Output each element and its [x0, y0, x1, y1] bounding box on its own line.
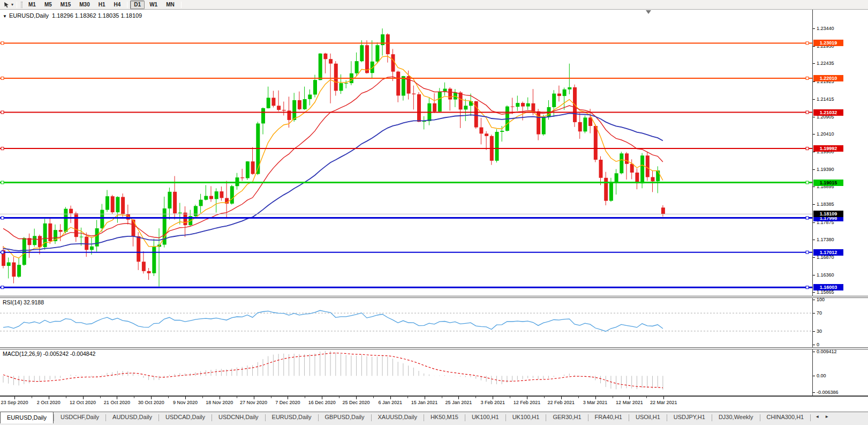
rsi-tick-label: 30: [817, 329, 822, 334]
level-price-label: 1.22010: [813, 75, 843, 81]
toolbar-grip[interactable]: [21, 2, 22, 8]
cursor-tool-icon[interactable]: [2, 1, 11, 9]
pane-separator[interactable]: [0, 347, 868, 349]
timeframe-button-m15[interactable]: M15: [57, 1, 74, 9]
macd-label: MACD(12,26,9) -0.005242 -0.004842: [3, 351, 95, 357]
macd-tick-mark: [813, 392, 815, 393]
price-tick-label: 1.19390: [817, 167, 834, 172]
line-handle[interactable]: [1, 251, 4, 253]
date-tick-mark-minor: [202, 397, 203, 398]
price-tick-label: 1.20410: [817, 131, 834, 137]
line-handle[interactable]: [1, 286, 4, 289]
price-tick-mark: [813, 257, 815, 258]
line-handle[interactable]: [806, 111, 809, 114]
line-handle[interactable]: [1, 147, 4, 150]
chart-tab-usdcad-daily[interactable]: USDCAD,Daily: [159, 412, 212, 423]
candle-body: [33, 236, 36, 245]
tab-scroll-left-icon[interactable]: ◄: [815, 414, 819, 419]
macd-signal-line: [3, 353, 663, 388]
candle-body: [142, 262, 146, 271]
chart-tab-fra40-h1[interactable]: FRA40,H1: [588, 412, 629, 423]
price-tick-mark: [813, 222, 815, 223]
date-tick-mark: [288, 397, 288, 399]
line-handle[interactable]: [1, 217, 4, 219]
candle-body: [537, 111, 540, 135]
candle-body: [526, 103, 530, 107]
timeframe-button-m5[interactable]: M5: [41, 1, 56, 9]
line-handle[interactable]: [1, 42, 4, 44]
candle-body: [271, 98, 275, 106]
line-handle[interactable]: [1, 111, 4, 114]
macd-tick-label: 0.009412: [817, 349, 837, 354]
date-tick-label: 25 Jan 2021: [446, 400, 472, 405]
pane-separator[interactable]: [0, 296, 868, 298]
chart-tab-usdchf-daily[interactable]: USDCHF,Daily: [54, 412, 105, 423]
price-axis[interactable]: 1.234401.229301.224351.219251.214151.209…: [812, 10, 868, 397]
chart-tab-china300-h1[interactable]: CHINA300,H1: [760, 412, 811, 423]
tab-scroll-right-icon[interactable]: ►: [825, 414, 829, 419]
line-handle[interactable]: [1, 181, 4, 184]
date-tick-mark: [151, 397, 152, 399]
candle-body: [152, 247, 156, 273]
chart-tab-dj30-weekly[interactable]: DJ30,Weekly: [712, 412, 760, 423]
date-axis[interactable]: 23 Sep 20202 Oct 202012 Oct 202021 Oct 2…: [0, 397, 868, 412]
line-handle[interactable]: [806, 217, 809, 219]
chart-tab-ger30-h1[interactable]: GER30,H1: [546, 412, 587, 423]
candle-body: [563, 90, 567, 96]
date-tick-mark: [14, 397, 15, 399]
chart-tab-eurusd-daily[interactable]: EURUSD,Daily: [0, 412, 54, 423]
candle-body: [323, 54, 327, 59]
date-tick-mark: [356, 397, 357, 399]
line-handle[interactable]: [806, 147, 809, 150]
right-shift-marker-icon[interactable]: [646, 10, 651, 14]
price-tick-mark: [813, 204, 815, 205]
date-tick-mark-minor: [442, 397, 442, 398]
chart-tab-usdcnh-daily[interactable]: USDCNH,Daily: [212, 412, 265, 423]
rsi-tick-mark: [813, 331, 815, 332]
date-tick-mark: [220, 397, 220, 399]
candle-body: [656, 170, 660, 181]
chart-tab-uk100-h1[interactable]: UK100,H1: [506, 412, 546, 423]
candle-body: [277, 106, 281, 110]
candle-body: [261, 108, 265, 124]
chart-tab-xauusd-daily[interactable]: XAUUSD,Daily: [372, 412, 424, 423]
timeframe-button-h4[interactable]: H4: [110, 1, 125, 9]
timeframe-button-d1[interactable]: D1: [130, 1, 145, 9]
candle-body: [12, 263, 16, 277]
line-handle[interactable]: [806, 251, 809, 253]
chart-tab-usdjpy-h1[interactable]: USDJPY,H1: [667, 412, 712, 423]
chart-tab-uk100-h1[interactable]: UK100,H1: [465, 412, 505, 423]
rsi-pane[interactable]: [0, 298, 812, 347]
chart-tab-gbpusd-daily[interactable]: GBPUSD,Daily: [319, 412, 371, 423]
price-tick-label: 1.18385: [817, 202, 834, 207]
timeframe-button-m1[interactable]: M1: [25, 1, 40, 9]
line-handle[interactable]: [1, 77, 4, 80]
price-tick-mark: [813, 240, 815, 240]
candle-body: [17, 265, 21, 277]
timeframe-button-m30[interactable]: M30: [76, 1, 93, 9]
line-handle[interactable]: [806, 77, 809, 80]
chart-tab-usoil-h1[interactable]: USOil,H1: [629, 412, 667, 423]
timeframe-button-mn[interactable]: MN: [162, 1, 178, 9]
candle-body: [438, 92, 442, 112]
timeframe-button-w1[interactable]: W1: [146, 1, 161, 9]
collapse-triangle-icon[interactable]: ▼: [3, 14, 7, 19]
price-tick-mark: [813, 169, 815, 170]
line-handle[interactable]: [806, 181, 809, 184]
candle-body: [22, 238, 26, 265]
line-handle[interactable]: [806, 286, 809, 289]
toolbar-separator: [181, 2, 182, 8]
line-handle[interactable]: [806, 42, 809, 44]
candle-body: [240, 177, 244, 178]
macd-pane[interactable]: [0, 349, 812, 396]
cursor-dropdown-caret-icon[interactable]: ▾: [11, 2, 13, 7]
date-tick-mark-minor: [475, 397, 476, 398]
chart-tab-eurusd-daily[interactable]: EURUSD,Daily: [266, 412, 318, 423]
candle-body: [282, 110, 286, 110]
date-tick-mark: [425, 397, 425, 399]
chart-tab-hk50-m15[interactable]: HK50,M15: [424, 412, 465, 423]
chart-tab-audusd-daily[interactable]: AUDUSD,Daily: [106, 412, 158, 423]
candle-body: [625, 153, 629, 164]
timeframe-button-h1[interactable]: H1: [95, 1, 109, 9]
price-chart-pane[interactable]: [0, 10, 812, 296]
